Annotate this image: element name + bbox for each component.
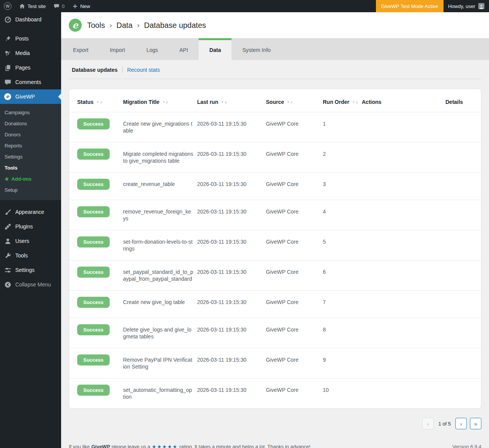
site-name-label: Test site: [28, 3, 46, 9]
comments-admin-link[interactable]: 0: [50, 0, 68, 12]
paintbrush-icon: [4, 208, 11, 216]
sidebar-item-settings[interactable]: Settings: [0, 263, 61, 277]
rating-middle: please leave us a: [112, 444, 150, 448]
sidebar-item-label: Appearance: [15, 209, 44, 215]
tab-export[interactable]: Export: [62, 38, 99, 60]
actions-cell: [362, 142, 445, 158]
breadcrumb: Tools › Data › Database updates: [87, 21, 206, 30]
breadcrumb-data[interactable]: Data: [117, 21, 133, 30]
column-header-source[interactable]: Source ▼▲: [266, 91, 323, 112]
sidebar-item-label: Pages: [15, 65, 31, 71]
account-menu[interactable]: Howdy, user: [444, 3, 489, 9]
new-content-button[interactable]: New: [68, 0, 94, 12]
sidebar-item-appearance[interactable]: Appearance: [0, 205, 61, 219]
sidebar-item-pages[interactable]: Pages: [0, 60, 61, 75]
sort-icon: ▼▲: [287, 100, 293, 104]
next-page-button[interactable]: ›: [455, 418, 467, 429]
sidebar-item-posts[interactable]: Posts: [0, 31, 61, 46]
status-badge: Success: [77, 354, 110, 366]
tab-system-info[interactable]: System Info: [232, 38, 281, 60]
site-name-link[interactable]: Test site: [15, 0, 50, 12]
submenu-item-settings[interactable]: Settings: [0, 151, 61, 162]
table-row: Success set_paypal_standard_id_to_paypal…: [69, 260, 481, 290]
run-order: 9: [323, 348, 362, 371]
admin-bar: W Test site 0 New GiveWP Test Mode Activ…: [0, 0, 489, 12]
source: GiveWP Core: [266, 378, 323, 401]
actions-cell: [362, 260, 445, 277]
sidebar-item-label: Posts: [15, 36, 29, 42]
tab-api[interactable]: API: [169, 38, 199, 60]
status-badge: Success: [77, 118, 110, 129]
sidebar-item-givewp[interactable]: e GiveWP: [0, 89, 61, 104]
wordpress-logo-menu[interactable]: W: [0, 0, 15, 12]
column-header-status[interactable]: Status ▼▲: [77, 91, 123, 112]
source: GiveWP Core: [266, 260, 323, 283]
tab-logs[interactable]: Logs: [136, 38, 168, 60]
plus-icon: [72, 3, 78, 9]
run-order: 6: [323, 260, 362, 283]
migrations-table: Status ▼▲ Migration Title ▼▲ Last run ▼▲…: [69, 89, 481, 409]
last-run: 2026-03-11 19:15:30: [197, 230, 266, 253]
column-header-actions: Actions: [362, 91, 445, 112]
status-badge: Success: [77, 385, 110, 396]
submenu-item-setup[interactable]: Setup: [0, 184, 61, 196]
run-order: 10: [323, 378, 362, 401]
table-row: Success Migrate completed migrations to …: [69, 142, 481, 172]
sidebar-item-label: GiveWP: [15, 94, 35, 100]
run-order: 1: [323, 112, 362, 135]
source: GiveWP Core: [266, 173, 323, 196]
details-cell: [445, 378, 481, 395]
sidebar-item-label: Comments: [15, 79, 41, 85]
submenu-item-donors[interactable]: Donors: [0, 129, 61, 140]
sidebar-collapse-menu[interactable]: Collapse Menu: [0, 277, 61, 292]
table-row: Success set_automatic_formatting_option …: [69, 378, 481, 408]
sidebar-item-media[interactable]: Media: [0, 46, 61, 60]
breadcrumb-tools[interactable]: Tools: [87, 21, 105, 30]
sidebar-item-plugins[interactable]: Plugins: [0, 219, 61, 234]
sidebar-item-comments[interactable]: Comments: [0, 75, 61, 89]
tab-data[interactable]: Data: [199, 38, 232, 60]
table-row: Success Remove PayPal IPN Verification S…: [69, 348, 481, 378]
migration-title: Delete give_logs and give_logmeta tables: [123, 318, 197, 348]
sidebar-item-label: Settings: [15, 267, 35, 273]
submenu-item-campaigns[interactable]: Campaigns: [0, 107, 61, 118]
submenu-item-reports[interactable]: Reports: [0, 140, 61, 151]
comment-bubble-icon: [53, 3, 60, 9]
tab-import[interactable]: Import: [99, 38, 136, 60]
sidebar-item-users[interactable]: Users: [0, 234, 61, 248]
breadcrumb-separator-icon: ›: [137, 21, 139, 29]
last-page-button[interactable]: »: [470, 418, 481, 429]
submenu-item-tools[interactable]: Tools: [0, 162, 61, 173]
migration-title: Migrate completed migrations to give_mig…: [123, 142, 197, 172]
migration-title: set_paypal_standard_id_to_paypal_from_pa…: [123, 260, 197, 290]
subnav-database-updates[interactable]: Database updates: [72, 67, 118, 73]
sidebar-item-label: Collapse Menu: [15, 281, 51, 288]
subnav-recount-stats-link[interactable]: Recount stats: [127, 67, 160, 73]
column-header-last-run[interactable]: Last run ▼▲: [197, 91, 266, 112]
submenu-item-addons[interactable]: ★ Add-ons: [0, 173, 61, 184]
status-badge: Success: [77, 324, 110, 335]
givewp-test-mode-badge[interactable]: GiveWP Test Mode Active: [376, 0, 444, 12]
user-icon: [4, 237, 11, 245]
givewp-submenu: Campaigns Donations Donors Reports Setti…: [0, 104, 61, 200]
status-badge: Success: [77, 179, 110, 190]
submenu-item-donations[interactable]: Donations: [0, 118, 61, 129]
sort-icon: ▼▲: [96, 100, 103, 104]
run-order: 5: [323, 230, 362, 253]
comments-icon: [4, 78, 11, 86]
five-stars-rating-link[interactable]: ★★★★★: [152, 444, 178, 448]
run-order: 3: [323, 173, 362, 196]
migration-title: set-form-donation-levels-to-strings: [123, 230, 197, 260]
sidebar-item-dashboard[interactable]: Dashboard: [0, 12, 61, 27]
actions-cell: [362, 291, 445, 307]
details-cell: [445, 260, 481, 277]
details-cell: [445, 291, 481, 307]
column-header-run-order[interactable]: Run Order ▼▲: [323, 91, 362, 112]
column-header-details: Details: [445, 91, 481, 112]
column-header-migration-title[interactable]: Migration Title ▼▲: [123, 91, 197, 112]
page-footer: If you likeGiveWPplease leave us a★★★★★r…: [69, 444, 481, 448]
status-badge: Success: [77, 149, 110, 160]
dashboard-gauge-icon: [4, 16, 11, 23]
previous-page-button[interactable]: ‹: [422, 418, 434, 429]
sidebar-item-tools[interactable]: Tools: [0, 248, 61, 263]
